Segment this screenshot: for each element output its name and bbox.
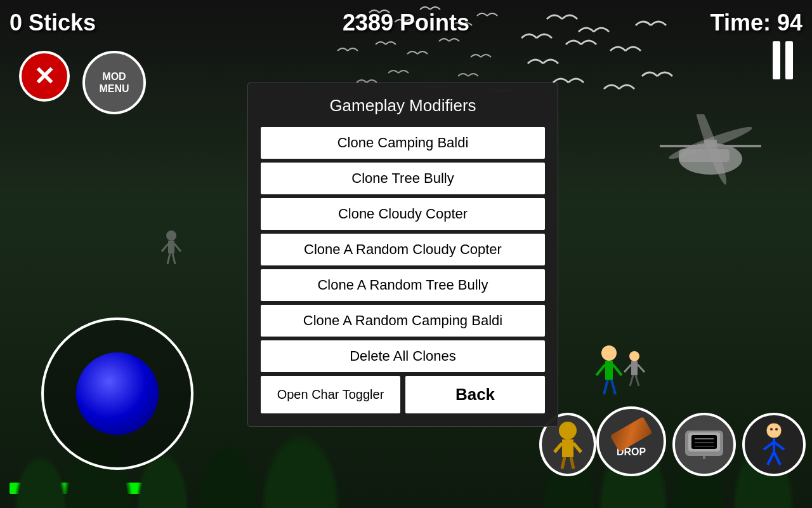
mirror-icon bbox=[682, 427, 726, 462]
bottom-right-controls: DROP bbox=[596, 406, 806, 476]
clone-tree-bully-button[interactable]: Clone Tree Bully bbox=[261, 163, 545, 194]
pause-bar-left bbox=[773, 41, 780, 79]
svg-line-15 bbox=[638, 364, 645, 372]
back-button[interactable]: Back bbox=[405, 376, 545, 413]
svg-point-38 bbox=[770, 428, 773, 431]
gameplay-modifiers-modal: Gameplay Modifiers Clone Camping Baldi C… bbox=[247, 83, 558, 427]
points-display: 2389 Points bbox=[343, 10, 469, 36]
open-char-toggler-button[interactable]: Open Char Toggler bbox=[261, 376, 400, 413]
svg-rect-13 bbox=[631, 361, 638, 375]
drop-button[interactable]: DROP bbox=[596, 406, 666, 476]
svg-line-42 bbox=[774, 442, 784, 450]
svg-line-29 bbox=[571, 457, 573, 469]
svg-point-6 bbox=[601, 345, 617, 361]
svg-point-39 bbox=[775, 428, 778, 431]
svg-line-17 bbox=[636, 375, 639, 386]
mod-menu-button[interactable]: MOD MENU bbox=[82, 51, 146, 114]
golden-figure-svg bbox=[546, 419, 590, 470]
sticks-display: 0 Sticks bbox=[10, 10, 96, 36]
svg-line-44 bbox=[774, 452, 780, 465]
figures-svg bbox=[571, 340, 666, 417]
modal-title: Gameplay Modifiers bbox=[261, 96, 545, 116]
svg-line-28 bbox=[562, 457, 565, 469]
joystick-control[interactable] bbox=[41, 318, 193, 470]
clone-cloudy-copter-button[interactable]: Clone Cloudy Copter bbox=[261, 198, 545, 230]
clone-random-cloudy-copter-button[interactable]: Clone A Random Cloudy Copter bbox=[261, 234, 545, 265]
svg-rect-7 bbox=[605, 361, 613, 380]
svg-point-12 bbox=[629, 351, 639, 361]
helicopter-svg bbox=[647, 114, 774, 190]
time-display: Time: 94 bbox=[710, 10, 802, 36]
svg-rect-25 bbox=[562, 439, 573, 457]
svg-line-14 bbox=[624, 364, 631, 372]
baldi-figure-svg bbox=[749, 419, 799, 470]
item-button[interactable] bbox=[672, 413, 736, 476]
modal-bottom-row: Open Char Toggler Back bbox=[261, 376, 545, 413]
svg-point-37 bbox=[766, 423, 782, 438]
pause-bar-right bbox=[785, 41, 793, 79]
mirror-svg bbox=[682, 427, 726, 459]
svg-line-43 bbox=[768, 452, 774, 465]
svg-point-24 bbox=[559, 422, 577, 439]
delete-all-clones-button[interactable]: Delete All Clones bbox=[261, 340, 545, 372]
svg-line-11 bbox=[612, 380, 615, 394]
close-icon: ✕ bbox=[34, 64, 55, 89]
clone-camping-baldi-button[interactable]: Clone Camping Baldi bbox=[261, 127, 545, 159]
joystick-ball bbox=[76, 352, 159, 435]
svg-line-27 bbox=[573, 443, 581, 452]
close-button[interactable]: ✕ bbox=[19, 51, 70, 102]
svg-line-41 bbox=[764, 442, 774, 450]
svg-line-8 bbox=[596, 364, 605, 375]
svg-line-10 bbox=[604, 380, 608, 394]
mod-menu-label: MOD MENU bbox=[99, 70, 129, 95]
baldi-button[interactable] bbox=[742, 413, 806, 476]
svg-line-26 bbox=[554, 443, 562, 452]
helicopter-background bbox=[647, 114, 774, 193]
clone-random-tree-bully-button[interactable]: Clone A Random Tree Bully bbox=[261, 269, 545, 301]
svg-line-9 bbox=[613, 364, 622, 375]
pause-icon[interactable] bbox=[773, 41, 793, 79]
clone-random-camping-baldi-button[interactable]: Clone A Random Camping Baldi bbox=[261, 305, 545, 337]
svg-line-16 bbox=[630, 375, 633, 386]
